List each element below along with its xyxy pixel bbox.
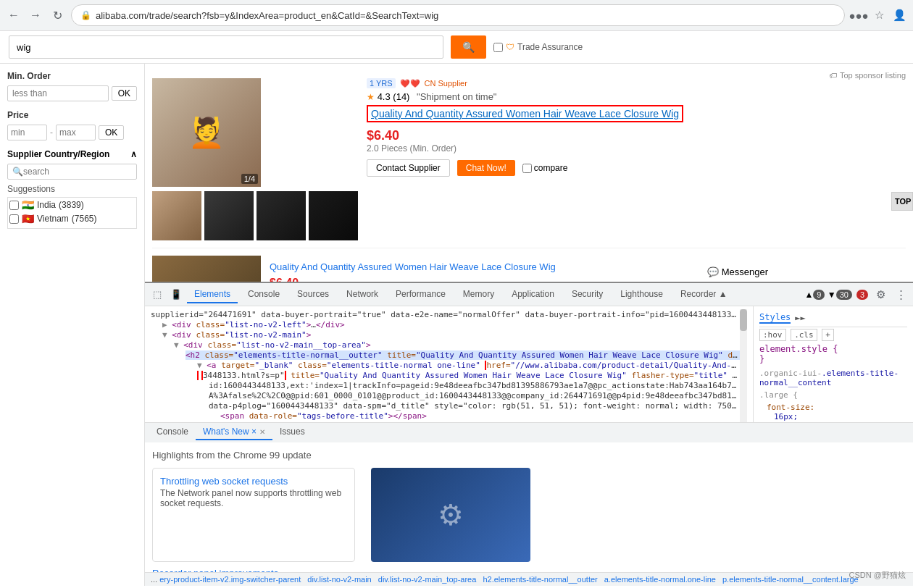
collapse-icon[interactable]: ∧	[130, 149, 137, 159]
tab-performance[interactable]: Performance	[388, 286, 453, 303]
throttling-desc: The Network panel now supports throttlin…	[160, 488, 347, 508]
close-whats-new[interactable]: ✕	[259, 428, 265, 436]
devtools-settings-button[interactable]: ⚙	[872, 287, 888, 303]
top-button[interactable]: TOP	[891, 192, 913, 211]
india-checkbox-row: 🇮🇳 India (3839)	[9, 199, 135, 211]
inspect-element-button[interactable]: ⬚	[149, 287, 165, 303]
trade-assurance-checkbox[interactable]	[493, 43, 503, 52]
url-text: alibaba.com/trade/search?fsb=y&IndexArea…	[96, 10, 835, 21]
breadcrumb-6[interactable]: p.elements-title-normal__content.large	[722, 575, 859, 584]
reload-button[interactable]: ↻	[49, 7, 65, 23]
vietnam-label: Vietnam	[37, 214, 69, 224]
class-section-1: .organic-iui-.elements-title-normal__con…	[759, 369, 907, 422]
cls-btn[interactable]: .cls	[791, 329, 817, 341]
issues-tab[interactable]: Issues	[272, 424, 312, 440]
address-bar[interactable]: 🔒 alibaba.com/trade/search?fsb=y&IndexAr…	[71, 4, 845, 26]
min-order-section: Min. Order OK	[7, 71, 137, 101]
breadcrumb-4[interactable]: h2.elements-title-normal__outter	[483, 575, 597, 584]
bookmark-button[interactable]: ☆	[871, 7, 887, 23]
india-flag: 🇮🇳	[22, 199, 34, 211]
hov-btn[interactable]: :hov	[759, 329, 786, 341]
code-line-8: A%3Afalse%2C%2C0@@pid:601_0000_0101@@pro…	[209, 391, 740, 400]
element-style-close: }	[759, 354, 907, 364]
second-product-title[interactable]: Quality And Quantity Assured Women Hair …	[270, 261, 556, 272]
min-order-ok-button[interactable]: OK	[112, 86, 137, 101]
image-count: 1/4	[241, 174, 258, 184]
thumb-4[interactable]	[309, 191, 358, 240]
tab-security[interactable]: Security	[564, 286, 610, 303]
price-row: - OK	[7, 125, 137, 140]
code-line-9: data-p4plog="1600443448133" data-spm="d_…	[209, 401, 740, 411]
price-dash: -	[50, 127, 53, 138]
search-input[interactable]	[9, 35, 443, 59]
code-line-10: <span data-role="tags-before-title"></sp…	[220, 411, 740, 421]
font-size-val: 16px;	[774, 412, 907, 421]
breadcrumb-text: ... ery-product-item-v2.img-switcher-par…	[151, 575, 859, 584]
product-images: 💆 1/4	[152, 78, 358, 240]
price-min-input[interactable]	[7, 125, 47, 140]
breadcrumb-3[interactable]: div.list-no-v2-main_top-area	[378, 575, 477, 584]
breadcrumb-1[interactable]: ery-product-item-v2.img-switcher-parent	[159, 575, 301, 584]
tab-sources[interactable]: Sources	[290, 286, 336, 303]
code-area: supplierid="264471691" data-buyer-portra…	[151, 309, 747, 422]
console-tab[interactable]: Console	[149, 424, 196, 440]
price-section: Price - OK	[7, 110, 137, 140]
search-button[interactable]: 🔍	[451, 35, 486, 59]
scrollbar-thumb	[740, 309, 747, 331]
profile-button[interactable]: 👤	[891, 7, 907, 23]
tab-network[interactable]: Network	[339, 286, 385, 303]
min-order-input[interactable]	[7, 85, 109, 101]
tab-console[interactable]: Console	[241, 286, 287, 303]
tab-memory[interactable]: Memory	[456, 286, 501, 303]
back-button[interactable]: ←	[6, 7, 22, 23]
computed-tab[interactable]: ►►	[795, 313, 805, 323]
device-toggle-button[interactable]: 📱	[168, 287, 184, 303]
price-ok-button[interactable]: OK	[99, 125, 124, 140]
vietnam-checkbox[interactable]	[9, 214, 19, 224]
elements-panel[interactable]: supplierid="264471691" data-buyer-portra…	[145, 306, 754, 422]
rating-row: ★ 4.3 (14) "Shipment on time"	[367, 91, 906, 102]
styles-tab[interactable]: Styles	[759, 312, 791, 324]
forward-button[interactable]: →	[28, 7, 43, 23]
heart-icons: ❤️❤️	[400, 79, 420, 88]
price-max-input[interactable]	[56, 125, 96, 140]
india-count: (3839)	[59, 200, 84, 210]
tab-elements[interactable]: Elements	[187, 286, 238, 303]
code-line-6: 3448133.html?s=p" title="Quality And Qua…	[197, 371, 740, 380]
whats-new-tab[interactable]: What's New × ✕	[196, 424, 272, 440]
price-label: Price	[7, 110, 137, 120]
devtools-panels-row: supplierid="264471691" data-buyer-portra…	[145, 306, 913, 422]
rating-value: 4.3	[378, 91, 391, 102]
supplier-search-input[interactable]	[23, 167, 132, 177]
elements-scrollbar[interactable]	[740, 309, 747, 422]
breadcrumb-2[interactable]: div.list-no-v2-main	[307, 575, 371, 584]
extensions-button[interactable]: ●●●	[851, 7, 867, 23]
india-checkbox[interactable]	[9, 201, 19, 210]
product-title[interactable]: Quality And Quantity Assured Women Hair …	[367, 105, 683, 122]
vietnam-count: (7565)	[72, 214, 97, 224]
devtools-bottom-tab-bar: Console What's New × ✕ Issues	[145, 422, 913, 442]
messenger-icon: 💬	[707, 266, 719, 277]
messenger-label: Messenger	[722, 266, 768, 277]
thumb-1[interactable]	[152, 191, 201, 240]
suggestions-scroll[interactable]: 🇮🇳 India (3839) 🇻🇳 Vietnam (7565)	[7, 197, 137, 229]
browser-toolbar: ← → ↻ 🔒 alibaba.com/trade/search?fsb=y&I…	[0, 0, 913, 30]
compare-checkbox[interactable]	[522, 164, 532, 173]
thumb-3[interactable]	[257, 191, 306, 240]
messenger-btn[interactable]: 💬 Messenger	[707, 266, 768, 277]
tab-application[interactable]: Application	[504, 286, 562, 303]
throttling-link[interactable]: Throttling web socket requests	[160, 476, 347, 487]
cn-supplier[interactable]: CN Supplier	[425, 79, 467, 88]
filter-row: :hov .cls +	[759, 330, 907, 340]
main-product-image[interactable]: 💆 1/4	[152, 78, 261, 187]
code-line-3: ▼ <div class="list-no-v2-main__top-area"…	[174, 340, 740, 350]
contact-supplier-button[interactable]: Contact Supplier	[367, 159, 450, 177]
breadcrumb-5[interactable]: a.elements-title-normal.one-line	[604, 575, 716, 584]
thumb-2[interactable]	[204, 191, 254, 240]
add-rule-btn[interactable]: +	[822, 329, 834, 341]
chat-now-button[interactable]: Chat Now!	[457, 160, 515, 176]
devtools-more-button[interactable]: ⋮	[893, 287, 909, 303]
code-line-7: id:1600443448133,ext:'index=1|trackInfo=…	[209, 381, 740, 390]
tab-recorder[interactable]: Recorder ▲	[673, 286, 735, 303]
tab-lighthouse[interactable]: Lighthouse	[613, 286, 670, 303]
